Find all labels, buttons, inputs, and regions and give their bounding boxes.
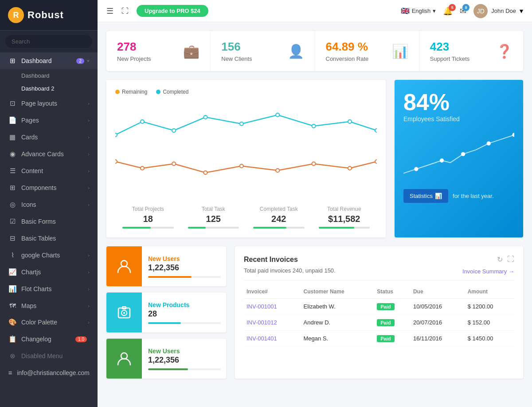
mini-card-new-users: New Users 1,22,356: [106, 246, 226, 286]
stat-mini-label: Completed Task: [246, 206, 312, 212]
sidebar-item-advance-cards[interactable]: ◉ Advance Cards ›: [0, 146, 98, 162]
sidebar-item-label: Basic Tables: [21, 235, 90, 242]
stat-number: 156: [221, 40, 252, 54]
sidebar-item-label: Page layouts: [21, 100, 88, 107]
legend-completed: Completed: [156, 89, 188, 95]
line-chart-card: Remaining Completed: [106, 80, 386, 237]
sidebar-item-page-layouts[interactable]: ⊡ Page layouts ›: [0, 95, 98, 112]
stat-mini-val: 125: [181, 214, 246, 224]
bp-label: Employees Satisfied: [403, 115, 514, 122]
sidebar-item-icons[interactable]: ◎ Icons ›: [0, 196, 98, 213]
new-products-body: New Products 28: [148, 296, 226, 329]
stat-card-text: 278 New Projects: [117, 40, 151, 62]
content-icon: ☰: [8, 167, 17, 175]
svg-point-2: [172, 129, 176, 132]
flag-icon: 🇬🇧: [401, 7, 410, 15]
lang-label: English: [412, 8, 431, 14]
sidebar-subitem-dashboard1[interactable]: Dashboard: [0, 69, 98, 82]
bp-footer-text: for the last year.: [453, 193, 494, 199]
chevron-right-icon: ›: [88, 168, 90, 174]
stat-icon-conversion: 📊: [392, 43, 408, 59]
svg-point-20: [462, 152, 465, 156]
stat-card-conversion: 64.89 % Conversion Rate 📊: [315, 31, 419, 71]
stat-mini-total-task: Total Task 125: [181, 206, 246, 229]
stat-label: New Projects: [117, 55, 151, 62]
sidebar-item-content[interactable]: ☰ Content ›: [0, 162, 98, 179]
sidebar-item-changelog[interactable]: 📋 Changelog 1.0: [0, 331, 98, 348]
invoice-id[interactable]: INV-001001: [244, 299, 301, 315]
sidebar-search-container: [0, 31, 98, 52]
sidebar-item-flot-charts[interactable]: 📊 Flot Charts ›: [0, 281, 98, 297]
stat-mini-val: 242: [246, 214, 312, 224]
invoice-status: Paid: [374, 331, 411, 347]
invoice-id[interactable]: INV-001401: [244, 331, 301, 347]
logo-icon: R: [8, 7, 24, 23]
invoice-table: Invoice# Customer Name Status Due Amount…: [244, 285, 514, 347]
invoice-customer: Elizabeth W.: [301, 299, 375, 315]
sidebar-item-basic-forms[interactable]: ☑ Basic Forms: [0, 213, 98, 230]
sidebar-item-dashboard[interactable]: ⊞ Dashboard 2 ▾: [0, 52, 98, 69]
invoice-due: 16/11/2016: [411, 331, 465, 347]
sidebar-item-cards[interactable]: ▦ Cards ›: [0, 129, 98, 146]
sidebar-item-label: Disabled Menu: [21, 352, 90, 360]
cards-icon: ▦: [8, 133, 17, 141]
page-layouts-icon: ⊡: [8, 99, 17, 107]
chevron-right-icon: ›: [88, 185, 90, 190]
upgrade-button[interactable]: Upgrade to PRO $24: [137, 5, 208, 17]
sidebar-item-basic-tables[interactable]: ⊟ Basic Tables: [0, 230, 98, 247]
expand-icon[interactable]: ⛶: [121, 7, 129, 15]
new-users-2-value: 1,22,356: [148, 356, 221, 365]
svg-point-17: [375, 160, 377, 163]
invoice-row: INV-001401 Megan S. Paid 16/11/2016 $ 14…: [244, 331, 514, 347]
mail-button[interactable]: ✉ 8: [460, 6, 466, 16]
sidebar-item-label: Maps: [21, 302, 88, 309]
refresh-icon[interactable]: ↻: [497, 255, 503, 264]
invoice-id[interactable]: INV-001012: [244, 315, 301, 331]
svg-point-10: [141, 166, 144, 170]
sidebar-item-chartjs[interactable]: 📈 Chartjs ›: [0, 264, 98, 281]
svg-point-22: [512, 133, 514, 137]
stat-card-tickets: 423 Support Tickets ❓: [419, 31, 523, 71]
svg-point-13: [240, 164, 243, 168]
sidebar-item-components[interactable]: ⊞ Components ›: [0, 179, 98, 196]
completed-dot: [156, 90, 160, 94]
invoice-divider: [244, 280, 514, 281]
stat-icon-projects: 💼: [183, 43, 200, 59]
sidebar-item-google-charts[interactable]: ⌇ google Charts ›: [0, 247, 98, 264]
invoice-summary-link[interactable]: Invoice Summary →: [462, 268, 514, 275]
col-invoice: Invoice#: [244, 285, 301, 299]
chevron-right-icon: ›: [88, 101, 90, 106]
language-selector[interactable]: 🇬🇧 English ▾: [401, 7, 436, 15]
maps-icon: 🗺: [8, 302, 17, 309]
expand-icon[interactable]: ⛶: [507, 255, 514, 264]
invoice-customer: Andrew D.: [301, 315, 375, 331]
disabled-menu-icon: ⊗: [8, 352, 17, 360]
invoice-customer: Megan S.: [301, 331, 375, 347]
svg-point-16: [348, 166, 352, 170]
notification-button[interactable]: 🔔 5: [443, 6, 453, 16]
sidebar-item-menu-levels[interactable]: ≡ info@christiancollege.com: [0, 364, 98, 381]
sidebar-item-label: Pages: [21, 117, 88, 124]
sidebar: R Robust ⊞ Dashboard 2 ▾ Dashboard Dashb…: [0, 0, 98, 407]
chevron-down-icon: ▾: [87, 58, 90, 64]
sidebar-item-disabled-menu[interactable]: ⊗ Disabled Menu: [0, 348, 98, 364]
bp-footer: Statistics 📊 for the last year.: [403, 189, 514, 203]
search-input[interactable]: [5, 35, 92, 48]
col-customer: Customer Name: [301, 285, 375, 299]
sidebar-item-maps[interactable]: 🗺 Maps ›: [0, 297, 98, 314]
sidebar-item-label: Basic Forms: [21, 218, 90, 225]
main-area: ☰ ⛶ Upgrade to PRO $24 🇬🇧 English ▾ 🔔 5 …: [98, 0, 532, 407]
sidebar-subitem-dashboard2[interactable]: Dashboard 2: [0, 82, 98, 95]
sidebar-menu: ⊞ Dashboard 2 ▾ Dashboard Dashboard 2 ⊡ …: [0, 52, 98, 407]
stat-mini-label: Total Task: [181, 206, 246, 212]
sidebar-item-pages[interactable]: 📄 Pages ›: [0, 112, 98, 129]
sidebar-item-color-palette[interactable]: 🎨 Color Palette ›: [0, 314, 98, 331]
stat-card-text: 64.89 % Conversion Rate: [326, 40, 369, 62]
hamburger-icon[interactable]: ☰: [106, 6, 113, 16]
user-menu[interactable]: JD John Doe ▾: [473, 4, 523, 18]
new-users-icon: [106, 246, 142, 286]
statistics-button[interactable]: Statistics 📊: [403, 189, 448, 203]
legend-remaining: Remaining: [115, 89, 147, 95]
invoice-tbody: INV-001001 Elizabeth W. Paid 10/05/2016 …: [244, 299, 514, 347]
stat-mini-total-revenue: Total Revenue $11,582: [312, 206, 377, 229]
